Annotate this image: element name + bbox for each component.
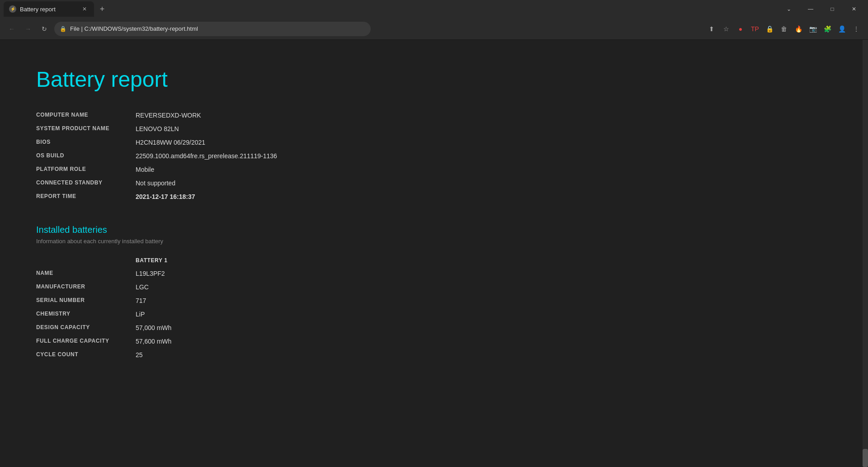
installed-batteries-subtitle: Information about each currently install… <box>36 238 832 245</box>
ext-3-icon[interactable]: 🔒 <box>763 23 776 35</box>
address-bar-row: ← → ↻ 🔒 File | C:/WINDOWS/system32/batte… <box>0 18 868 40</box>
battery-name-value: L19L3PF2 <box>136 268 181 279</box>
battery-serial-label: SERIAL NUMBER <box>36 295 136 306</box>
tab-favicon: ⚡ <box>9 5 16 13</box>
battery-1-header: BATTERY 1 <box>136 255 181 265</box>
battery-cycle-count-label: CYCLE COUNT <box>36 349 136 360</box>
system-info-table: COMPUTER NAME REVERSEDXD-WORK SYSTEM PRO… <box>36 110 398 202</box>
computer-name-value: REVERSEDXD-WORK <box>136 110 398 121</box>
battery-design-capacity-value: 57,000 mWh <box>136 322 181 333</box>
new-tab-button[interactable]: + <box>96 3 108 15</box>
battery-design-capacity-label: DESIGN CAPACITY <box>36 322 136 333</box>
extensions-icon[interactable]: 🧩 <box>821 23 834 35</box>
close-button[interactable]: ✕ <box>844 2 864 16</box>
installed-batteries-section: Installed batteries Information about ea… <box>36 225 832 360</box>
scrollbar-thumb[interactable] <box>863 449 868 467</box>
platform-role-value: Mobile <box>136 164 398 175</box>
forward-button[interactable]: → <box>22 23 34 35</box>
bios-label: BIOS <box>36 137 136 148</box>
tab-close-button[interactable]: ✕ <box>80 5 89 13</box>
battery-name-label: NAME <box>36 268 136 279</box>
battery-chemistry-value: LiP <box>136 309 181 320</box>
maximize-button[interactable]: □ <box>822 2 843 16</box>
connected-standby-value: Not supported <box>136 178 398 189</box>
product-name-label: SYSTEM PRODUCT NAME <box>36 123 136 134</box>
installed-batteries-title: Installed batteries <box>36 225 832 235</box>
os-build-value: 22509.1000.amd64fre.rs_prerelease.211119… <box>136 151 398 161</box>
ext-5-icon[interactable]: 🔥 <box>792 23 805 35</box>
browser-titlebar: ⚡ Battery report ✕ + ⌄ — □ ✕ <box>0 0 868 18</box>
minimize-button[interactable]: — <box>800 2 821 16</box>
report-time-value: 2021-12-17 16:18:37 <box>136 191 398 202</box>
battery-manufacturer-label: MANUFACTURER <box>36 282 136 292</box>
window-controls: ⌄ — □ ✕ <box>778 2 864 16</box>
tab-title: Battery report <box>20 6 77 13</box>
battery-cycle-count-value: 25 <box>136 349 181 360</box>
battery-full-charge-value: 57,600 mWh <box>136 336 181 347</box>
platform-role-label: PLATFORM ROLE <box>36 164 136 175</box>
product-name-value: LENOVO 82LN <box>136 123 398 134</box>
battery-full-charge-label: FULL CHARGE CAPACITY <box>36 336 136 347</box>
scrollbar[interactable] <box>863 40 868 467</box>
page-title: Battery report <box>36 67 832 92</box>
ext-1-icon[interactable]: ● <box>734 23 747 35</box>
refresh-button[interactable]: ↻ <box>38 23 51 35</box>
url-text: File | C:/WINDOWS/system32/battery-repor… <box>70 25 365 32</box>
battery-header-spacer <box>36 255 136 265</box>
battery-table: BATTERY 1 NAME L19L3PF2 MANUFACTURER LGC… <box>36 255 398 360</box>
active-tab[interactable]: ⚡ Battery report ✕ <box>4 1 94 17</box>
ext-4-icon[interactable]: 🗑 <box>778 23 790 35</box>
computer-name-label: COMPUTER NAME <box>36 110 136 121</box>
back-button[interactable]: ← <box>5 23 18 35</box>
page-content: Battery report COMPUTER NAME REVERSEDXD-… <box>0 40 868 467</box>
tab-strip-overflow[interactable]: ⌄ <box>778 2 799 16</box>
battery-manufacturer-value: LGC <box>136 282 181 292</box>
report-time-label: REPORT TIME <box>36 191 136 202</box>
browser-toolbar: ⬆ ☆ ● TP 🔒 🗑 🔥 📷 🧩 👤 ⋮ <box>705 23 863 35</box>
address-bar[interactable]: 🔒 File | C:/WINDOWS/system32/battery-rep… <box>54 22 371 36</box>
connected-standby-label: CONNECTED STANDBY <box>36 178 136 189</box>
settings-icon[interactable]: ⋮ <box>850 23 863 35</box>
bios-value: H2CN18WW 06/29/2021 <box>136 137 398 148</box>
os-build-label: OS BUILD <box>36 151 136 161</box>
ext-6-icon[interactable]: 📷 <box>807 23 819 35</box>
battery-chemistry-label: CHEMISTRY <box>36 309 136 320</box>
tab-bar: ⚡ Battery report ✕ + <box>4 0 778 18</box>
profile-icon[interactable]: 👤 <box>835 23 848 35</box>
favorites-icon[interactable]: ☆ <box>720 23 732 35</box>
battery-serial-value: 717 <box>136 295 181 306</box>
ext-2-icon[interactable]: TP <box>749 23 761 35</box>
lock-icon: 🔒 <box>60 26 66 32</box>
share-icon[interactable]: ⬆ <box>705 23 718 35</box>
